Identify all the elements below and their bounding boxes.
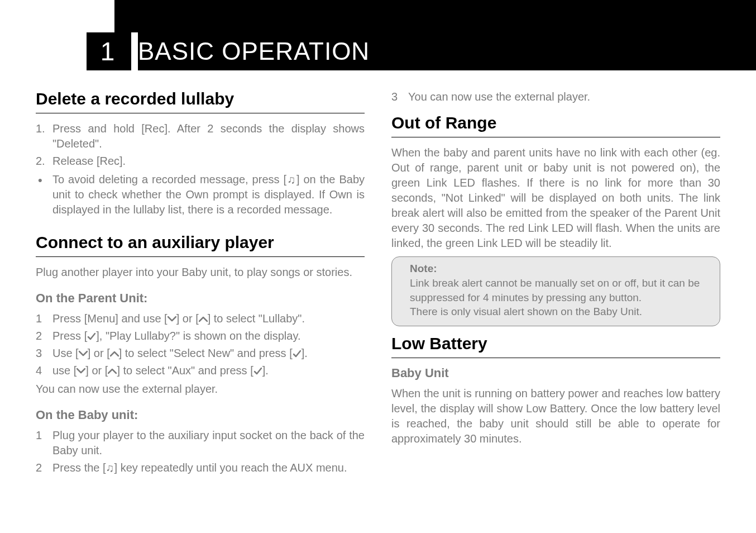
text-frag: ].	[302, 347, 308, 359]
text-frag: ] or [	[176, 312, 199, 325]
subheading-parent-unit: On the Parent Unit:	[36, 291, 365, 306]
note-label: Note:	[410, 263, 710, 275]
list-item: 2 Press [], "Play Lullaby?" is shown on …	[36, 329, 365, 344]
parent-steps-list: 1 Press [Menu] and use [] or [] to selec…	[36, 311, 365, 378]
check-icon	[293, 349, 302, 358]
chevron-down-icon	[76, 367, 85, 375]
low-battery-text: When the unit is running on battery powe…	[391, 386, 720, 446]
text-frag: ] or [	[85, 364, 108, 377]
text-frag: Press [Menu] and use [	[52, 312, 168, 325]
list-item: 1Plug your player to the auxiliary input…	[36, 428, 365, 458]
text-frag: ] to select "Aux" and press [	[117, 364, 253, 377]
page-title: BASIC OPERATION	[114, 32, 756, 70]
parent-after-text: You can now use the external player.	[36, 382, 365, 397]
heading-delete-lullaby: Delete a recorded lullaby	[36, 89, 365, 113]
heading-low-battery: Low Battery	[391, 334, 720, 358]
baby-steps-list: 1Plug your player to the auxiliary input…	[36, 428, 365, 475]
list-item: 2Press the [♫] key repeatedly until you …	[36, 460, 365, 475]
list-item: 3 Use [] or [] to select "Select New" an…	[36, 346, 365, 361]
step-text: Press [], "Play Lullaby?" is shown on th…	[52, 330, 301, 342]
subheading-baby-unit-low: Baby Unit	[391, 366, 720, 380]
chevron-down-icon	[168, 315, 176, 323]
text-frag: ] to select "Select New" and press [	[119, 347, 293, 359]
list-item: 2.Release [Rec].	[36, 154, 365, 169]
content-area: Delete a recorded lullaby 1.Press and ho…	[36, 89, 720, 479]
out-of-range-text: When the baby and parent units have no l…	[391, 145, 720, 251]
list-item: 3You can now use the external player.	[391, 89, 720, 104]
page-header: 16 BASIC OPERATION	[0, 0, 756, 70]
delete-note-list: To avoid deleting a recorded message, pr…	[36, 172, 365, 217]
aux-intro-text: Plug another player into your Baby unit,…	[36, 265, 365, 280]
bullet-text: To avoid deleting a recorded message, pr…	[52, 173, 365, 216]
list-item: 1.Press and hold [Rec]. After 2 seconds …	[36, 121, 365, 151]
text-frag: Press [	[52, 330, 87, 342]
step-text: Use [] or [] to select "Select New" and …	[52, 347, 308, 359]
heading-connect-aux: Connect to an auxiliary player	[36, 233, 365, 257]
list-item: 1 Press [Menu] and use [] or [] to selec…	[36, 311, 365, 326]
step-text: Press the [♫] key repeatedly until you r…	[52, 461, 347, 474]
check-icon	[253, 367, 262, 375]
delete-steps-list: 1.Press and hold [Rec]. After 2 seconds …	[36, 121, 365, 169]
header-top-bar	[114, 0, 756, 32]
note-text: Link break alert cannot be manually set …	[410, 276, 710, 304]
chevron-down-icon	[79, 349, 88, 358]
left-column: Delete a recorded lullaby 1.Press and ho…	[36, 89, 365, 479]
text-frag: Use [	[52, 347, 79, 359]
header-gap	[131, 32, 138, 70]
step-text: Press [Menu] and use [] or [] to select …	[52, 312, 305, 325]
note-box: Note: Link break alert cannot be manuall…	[391, 256, 720, 326]
step-text: use [] or [] to select "Aux" and press […	[52, 364, 269, 377]
step-text: Plug your player to the auxiliary input …	[52, 429, 365, 456]
text-frag: ] or [	[88, 347, 110, 359]
list-item: 4 use [] or [] to select "Aux" and press…	[36, 363, 365, 378]
text-frag: ], "Play Lullaby?" is shown on the displ…	[96, 330, 300, 342]
list-item: To avoid deleting a recorded message, pr…	[36, 172, 365, 217]
chevron-up-icon	[199, 315, 208, 323]
step-text: You can now use the external player.	[408, 91, 590, 103]
check-icon	[87, 332, 96, 341]
subheading-baby-unit: On the Baby unit:	[36, 408, 365, 422]
text-frag: use [	[52, 364, 76, 377]
continued-steps-list: 3You can now use the external player.	[391, 89, 720, 104]
note-text: There is only visual alert shown on the …	[410, 304, 710, 319]
step-text: Release [Rec].	[52, 155, 126, 167]
chevron-up-icon	[108, 367, 117, 375]
step-text: Press and hold [Rec]. After 2 seconds th…	[52, 122, 365, 150]
text-frag: ].	[262, 364, 269, 377]
heading-out-of-range: Out of Range	[391, 113, 720, 137]
chevron-up-icon	[110, 349, 119, 358]
right-column: 3You can now use the external player. Ou…	[391, 89, 720, 479]
text-frag: ] to select "Lullaby".	[208, 312, 305, 325]
